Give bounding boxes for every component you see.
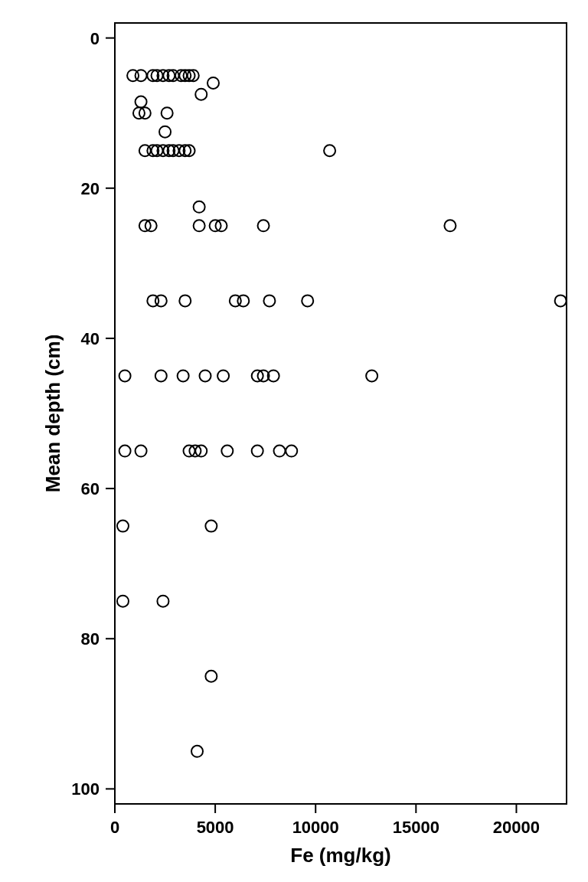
data-point (119, 446, 131, 457)
data-point (191, 746, 203, 757)
y-tick-label: 20 (81, 179, 100, 198)
x-axis-label: Fe (mg/kg) (290, 844, 390, 867)
data-point (237, 295, 249, 306)
data-point (195, 89, 207, 100)
data-point (302, 295, 313, 306)
data-point (178, 370, 189, 381)
data-point (117, 596, 129, 607)
data-point (555, 295, 567, 306)
data-point (200, 370, 211, 381)
data-point (194, 220, 205, 231)
data-point (117, 521, 129, 532)
data-point (119, 370, 131, 381)
data-point (205, 521, 217, 532)
data-point (159, 126, 171, 138)
data-points (117, 70, 567, 757)
data-point (194, 201, 205, 213)
data-point (155, 295, 167, 306)
y-tick-label: 0 (90, 29, 100, 48)
x-tick-label: 0 (110, 818, 119, 837)
x-tick-label: 5000 (197, 818, 234, 837)
scatter-chart: 05000100001500020000020406080100Fe (mg/k… (0, 0, 588, 882)
y-tick-label: 100 (71, 779, 100, 799)
y-tick-label: 40 (81, 329, 100, 348)
x-tick-label: 15000 (393, 818, 439, 837)
data-point (324, 145, 335, 156)
data-point (157, 596, 168, 607)
data-point (155, 370, 167, 381)
data-point (444, 220, 456, 231)
plot-area (115, 23, 567, 804)
data-point (217, 370, 229, 381)
data-point (136, 446, 147, 457)
y-tick-label: 80 (81, 629, 100, 648)
data-point (366, 370, 377, 381)
data-point (207, 77, 219, 89)
y-axis: 020406080100 (71, 29, 115, 799)
x-tick-label: 10000 (292, 818, 339, 837)
data-point (179, 295, 191, 306)
y-axis-label: Mean depth (cm) (41, 335, 64, 493)
data-point (263, 295, 275, 306)
y-tick-label: 60 (81, 479, 100, 498)
x-axis: 05000100001500020000 (110, 804, 540, 837)
data-point (252, 446, 263, 457)
data-point (136, 70, 147, 81)
data-point (274, 446, 286, 457)
data-point (162, 107, 173, 119)
data-point (221, 446, 233, 457)
data-point (205, 671, 217, 682)
chart-svg: 05000100001500020000020406080100Fe (mg/k… (0, 0, 588, 882)
data-point (136, 96, 147, 107)
data-point (286, 446, 297, 457)
data-point (258, 220, 270, 231)
x-tick-label: 20000 (493, 818, 540, 837)
